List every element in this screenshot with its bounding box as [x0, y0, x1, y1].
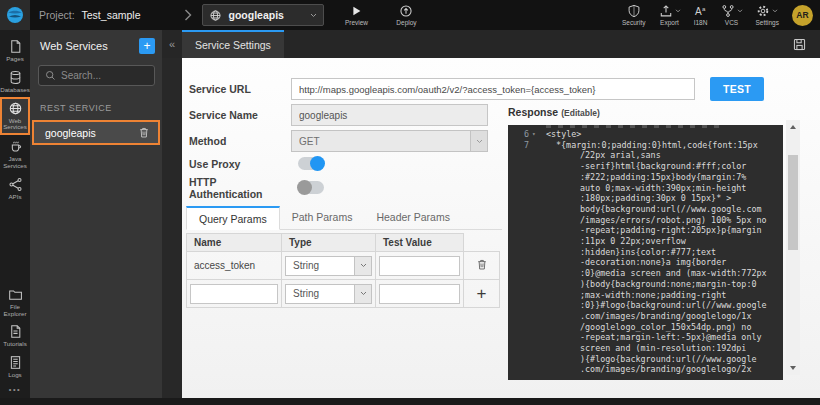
- column-header-type: Type: [282, 234, 376, 252]
- section-label: REST SERVICE: [40, 103, 152, 113]
- upload-circle-icon: [399, 4, 413, 18]
- use-proxy-toggle[interactable]: [298, 157, 324, 170]
- more-options-icon[interactable]: •••: [9, 385, 21, 394]
- column-header-actions: [464, 234, 500, 252]
- translate-icon: Aa: [694, 4, 708, 18]
- code-line: /googlelogo_color_150x54dp.png) no: [508, 322, 783, 333]
- sidebar-item-java-services[interactable]: Java Services: [0, 135, 30, 173]
- delete-param-icon[interactable]: [476, 257, 488, 274]
- collapse-panel-button[interactable]: «: [162, 30, 182, 58]
- http-authentication-label: HTTP Authentication: [189, 176, 291, 200]
- delete-service-icon[interactable]: [138, 126, 150, 139]
- response-label: Response: [508, 106, 558, 118]
- param-type-select[interactable]: String: [285, 256, 372, 276]
- column-header-name: Name: [187, 234, 282, 252]
- chevron-down-icon: [310, 13, 317, 18]
- service-item-googleapis[interactable]: googleapis: [32, 120, 160, 145]
- sidebar-item-logs[interactable]: Logs: [0, 351, 30, 382]
- i18n-button[interactable]: Aa I18N: [694, 4, 708, 26]
- settings-button[interactable]: Settings: [756, 4, 780, 26]
- toggle-knob: [310, 156, 325, 171]
- log-file-icon: [8, 355, 23, 370]
- param-name-value: access_token: [187, 252, 282, 280]
- scroll-up-arrow[interactable]: [790, 125, 796, 129]
- folder-icon: [8, 287, 23, 302]
- code-line: :#222;padding:15px}body{margin:7%: [508, 172, 783, 183]
- scroll-down-arrow[interactable]: [790, 366, 796, 370]
- sidebar-item-pages[interactable]: Pages: [0, 35, 30, 66]
- tab-header-params[interactable]: Header Params: [364, 206, 462, 229]
- editor-scrollbar[interactable]: [786, 120, 800, 375]
- code-line: screen and (min-resolution:192dpi: [508, 343, 783, 354]
- panel-title: Web Services: [40, 40, 139, 52]
- chevron-down-icon: [470, 131, 487, 151]
- service-name-input[interactable]: [291, 104, 488, 126]
- test-value-input[interactable]: [379, 256, 460, 276]
- http-authentication-toggle[interactable]: [298, 181, 324, 194]
- toggle-knob: [297, 180, 312, 195]
- use-proxy-label: Use Proxy: [189, 158, 291, 170]
- code-line: ;max-width:none;padding-right: [508, 290, 783, 301]
- preview-button[interactable]: Preview: [338, 4, 374, 26]
- editor-tab-bar: « Service Settings: [162, 30, 820, 58]
- settings-label: Settings: [756, 19, 780, 26]
- vcs-button[interactable]: VCS: [721, 4, 743, 26]
- app-logo[interactable]: [0, 0, 30, 30]
- coffee-cup-icon: [8, 139, 23, 154]
- add-param-button[interactable]: +: [477, 285, 487, 302]
- sidebar-item-web-services[interactable]: Web Services: [0, 97, 30, 136]
- code-line: :11px 0 22px;overflow: [508, 236, 783, 247]
- deploy-button[interactable]: Deploy: [388, 4, 424, 26]
- tab-service-settings[interactable]: Service Settings: [182, 30, 284, 58]
- test-button[interactable]: TEST: [710, 77, 764, 101]
- new-test-value-input[interactable]: [379, 284, 460, 304]
- tab-path-params[interactable]: Path Params: [280, 206, 365, 229]
- security-button[interactable]: Security: [622, 4, 645, 26]
- service-selector-dropdown[interactable]: googleapis: [202, 4, 324, 26]
- add-service-button[interactable]: +: [139, 38, 155, 54]
- code-line: :180px;padding:30px 0 15px}* >: [508, 193, 783, 204]
- save-icon[interactable]: [792, 37, 807, 52]
- param-type-value: String: [286, 257, 354, 275]
- chevron-down-icon: [772, 9, 778, 13]
- sidebar-item-apis[interactable]: APIs: [0, 173, 30, 204]
- code-line: -repeat;padding-right:205px}p{margin: [508, 225, 783, 236]
- play-icon: [349, 4, 363, 18]
- security-label: Security: [622, 19, 645, 26]
- sidebar-item-file-explorer[interactable]: File Explorer: [0, 283, 30, 321]
- service-url-input[interactable]: [291, 78, 695, 100]
- method-select[interactable]: GET: [291, 130, 488, 152]
- code-line: :hidden}ins{color:#777;text: [508, 247, 783, 258]
- code-line: /22px arial,sans: [508, 150, 783, 161]
- chevron-down-icon: [354, 285, 371, 303]
- sidebar-item-label: APIs: [8, 194, 21, 201]
- table-row: access_token String: [187, 252, 500, 280]
- code-line: body{background:url(//www.google.com: [508, 204, 783, 215]
- param-type-value: String: [286, 285, 354, 303]
- new-param-name-input[interactable]: [190, 284, 278, 304]
- page-icon: [8, 39, 23, 54]
- code-line: auto 0;max-width:390px;min-height: [508, 183, 783, 194]
- web-services-panel: Web Services + REST SERVICE googleapis: [30, 30, 162, 398]
- method-label: Method: [189, 135, 291, 147]
- main-area: « Service Settings Service URL TEST: [162, 30, 820, 398]
- user-avatar[interactable]: AR: [792, 5, 813, 26]
- export-button[interactable]: Export: [659, 4, 681, 26]
- breadcrumb: Project: Test_sample: [39, 9, 140, 21]
- response-editor[interactable]: 6▾<style>7*{margin:0;padding:0}html,code…: [508, 125, 783, 380]
- project-label: Project:: [39, 9, 75, 21]
- sidebar-item-databases[interactable]: Databases: [0, 66, 30, 97]
- tab-query-params[interactable]: Query Params: [186, 206, 280, 230]
- search-icon: [45, 70, 56, 81]
- params-tab-bar: Query Params Path Params Header Params: [186, 206, 502, 230]
- new-param-type-select[interactable]: String: [285, 284, 372, 304]
- search-input[interactable]: [61, 70, 147, 81]
- table-header-row: Name Type Test Value: [187, 234, 500, 252]
- scrollbar-thumb[interactable]: [788, 155, 798, 250]
- sidebar-item-label: Logs: [8, 372, 21, 379]
- sidebar-item-tutorials[interactable]: Tutorials: [0, 320, 30, 351]
- code-line: /images/errors/robot.png) 100% 5px no: [508, 215, 783, 226]
- code-line: -repeat;margin-left:-5px}@media only: [508, 332, 783, 343]
- search-box[interactable]: [38, 65, 155, 86]
- chevron-down-icon: [737, 9, 743, 13]
